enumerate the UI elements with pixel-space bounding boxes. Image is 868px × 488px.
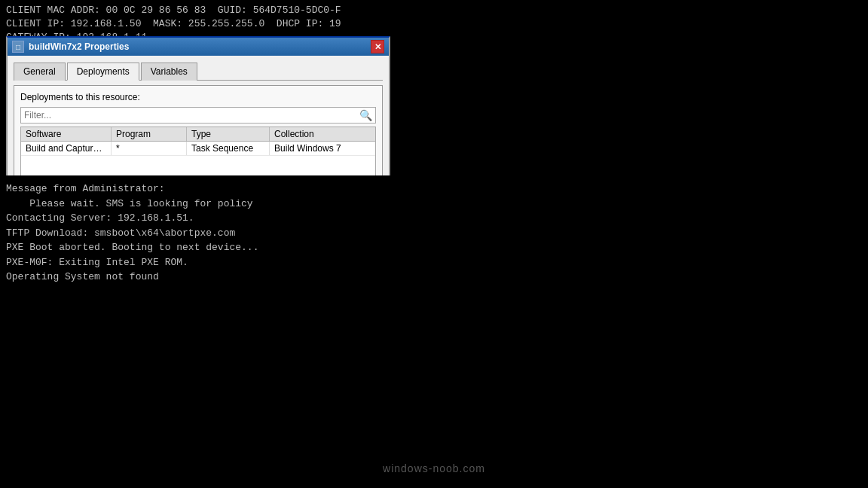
dialog-icon: □ xyxy=(12,41,24,53)
tab-deployments[interactable]: Deployments xyxy=(67,63,139,81)
dialog-tabs: General Deployments Variables xyxy=(14,62,383,81)
terminal-bottom: Message from Administrator: Please wait.… xyxy=(0,175,399,291)
terminal-msg-9: Operating System not found xyxy=(6,270,393,285)
table-row[interactable]: Build and Capture ... * Task Sequence Bu… xyxy=(21,142,375,156)
cell-software: Build and Capture ... xyxy=(21,142,112,155)
dialog-title-left: □ buildWIn7x2 Properties xyxy=(12,41,129,53)
search-icon: 🔍 xyxy=(359,109,372,121)
tab-variables[interactable]: Variables xyxy=(141,63,197,81)
dialog-icon-label: □ xyxy=(16,43,20,51)
watermark: windows-noob.com xyxy=(0,462,868,474)
terminal-msg-4: Contacting Server: 192.168.1.51. xyxy=(6,211,393,226)
terminal-msg-7: PXE Boot aborted. Booting to next device… xyxy=(6,240,393,255)
col-software: Software xyxy=(21,127,112,141)
terminal-msg-1: Message from Administrator: xyxy=(6,181,393,197)
tab-general[interactable]: General xyxy=(14,63,66,81)
cell-collection: Build Windows 7 xyxy=(270,142,368,155)
col-collection: Collection xyxy=(270,127,368,141)
terminal-msg-8: PXE-M0F: Exiting Intel PXE ROM. xyxy=(6,255,393,270)
col-program: Program xyxy=(112,127,187,141)
terminal-msg-2: Please wait. SMS is looking for policy xyxy=(6,197,393,212)
cell-type: Task Sequence xyxy=(187,142,270,155)
filter-input[interactable] xyxy=(24,110,359,120)
dialog-titlebar: □ buildWIn7x2 Properties ✕ xyxy=(8,38,389,56)
filter-bar[interactable]: 🔍 xyxy=(20,107,376,124)
close-button[interactable]: ✕ xyxy=(371,40,384,53)
terminal-msg-5: TFTP Download: smsboot\x64\abortpxe.com xyxy=(6,226,393,241)
table-header: Software Program Type Collection xyxy=(21,127,375,142)
terminal-line-2: CLIENT IP: 192.168.1.50 MASK: 255.255.25… xyxy=(6,17,393,31)
panel-label: Deployments to this resource: xyxy=(20,92,376,102)
cell-program: * xyxy=(112,142,187,155)
dialog-title-text: buildWIn7x2 Properties xyxy=(29,41,129,52)
terminal-line-1: CLIENT MAC ADDR: 00 0C 29 86 56 83 GUID:… xyxy=(6,4,393,17)
col-type: Type xyxy=(187,127,270,141)
